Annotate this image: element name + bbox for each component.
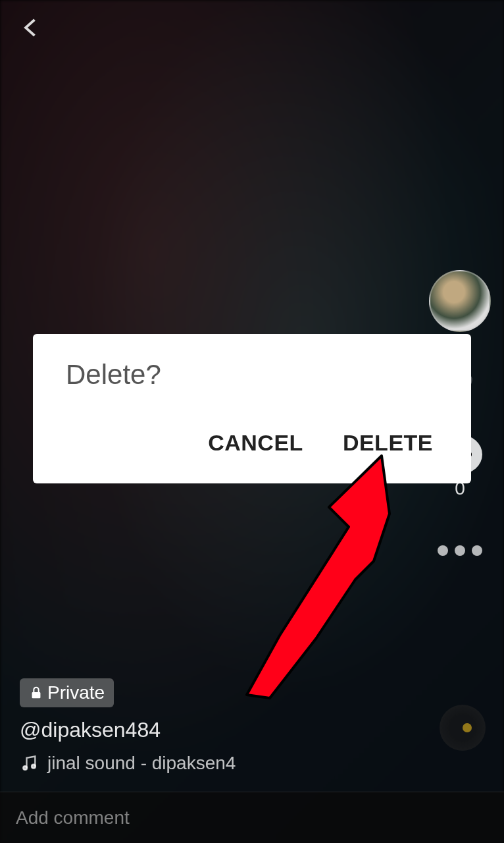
chevron-left-icon bbox=[20, 16, 43, 40]
sound-link[interactable]: jinal sound - dipaksen4 bbox=[20, 753, 236, 774]
music-disc-icon[interactable] bbox=[440, 705, 486, 751]
privacy-label: Private bbox=[47, 682, 105, 703]
svg-rect-0 bbox=[32, 692, 41, 698]
comment-input-bar[interactable]: Add comment bbox=[0, 792, 504, 843]
back-button[interactable] bbox=[20, 16, 43, 42]
cancel-button[interactable]: CANCEL bbox=[208, 430, 303, 456]
video-info: Private @dipaksen484 jinal sound - dipak… bbox=[20, 678, 236, 774]
svg-point-1 bbox=[23, 766, 27, 770]
more-options-button[interactable] bbox=[438, 545, 482, 556]
profile-avatar[interactable] bbox=[429, 270, 491, 332]
lock-icon bbox=[29, 686, 43, 700]
delete-button[interactable]: DELETE bbox=[343, 430, 433, 456]
svg-point-2 bbox=[32, 765, 36, 769]
dialog-actions: CANCEL DELETE bbox=[66, 430, 438, 456]
username-label[interactable]: @dipaksen484 bbox=[20, 718, 236, 742]
comment-input-placeholder: Add comment bbox=[16, 807, 488, 829]
sound-name: jinal sound - dipaksen4 bbox=[47, 753, 236, 774]
delete-confirmation-dialog: Delete? CANCEL DELETE bbox=[33, 334, 471, 483]
music-note-icon bbox=[20, 754, 38, 773]
privacy-badge: Private bbox=[20, 678, 114, 707]
dialog-title: Delete? bbox=[66, 359, 438, 391]
